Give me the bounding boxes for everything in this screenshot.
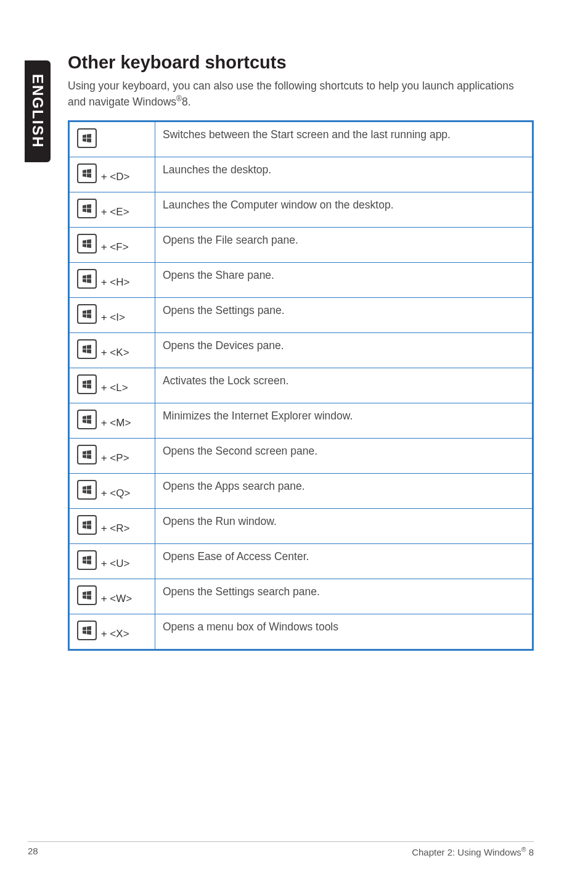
shortcut-key-suffix: + <Q>: [98, 487, 130, 499]
svg-marker-16: [83, 275, 86, 279]
page-number: 28: [28, 846, 38, 857]
svg-marker-22: [83, 315, 86, 318]
svg-marker-19: [87, 279, 91, 284]
shortcut-key-suffix: + <D>: [98, 171, 130, 183]
svg-marker-58: [83, 631, 86, 635]
svg-marker-11: [87, 209, 91, 213]
shortcut-description: Opens the File search pane.: [155, 228, 533, 263]
shortcut-key-suffix: + <H>: [98, 276, 130, 288]
shortcut-key-cell: + <X>: [69, 614, 155, 650]
svg-marker-47: [87, 526, 91, 530]
table-row: + <D>Launches the desktop.: [69, 157, 533, 192]
shortcut-description: Opens the Apps search pane.: [155, 474, 533, 509]
svg-marker-7: [87, 174, 91, 178]
windows-key-icon: [77, 269, 97, 289]
windows-key-icon: [77, 550, 97, 570]
svg-marker-27: [87, 350, 91, 354]
svg-marker-36: [83, 451, 86, 455]
svg-marker-4: [83, 170, 86, 173]
intro-paragraph: Using your keyboard, you can also use th…: [68, 79, 534, 109]
svg-marker-8: [83, 205, 86, 208]
language-tab-label: ENGLISH: [29, 74, 46, 149]
shortcut-description: Opens the Share pane.: [155, 263, 533, 298]
svg-marker-14: [83, 244, 86, 248]
shortcut-key-cell: + <P>: [69, 439, 155, 474]
windows-key-icon: [77, 585, 97, 605]
shortcut-key-cell: + <I>: [69, 298, 155, 333]
page-title: Other keyboard shortcuts: [68, 52, 534, 73]
shortcut-key-suffix: + <L>: [98, 382, 128, 394]
shortcut-key-suffix: + <X>: [98, 628, 129, 640]
shortcut-key-cell: + <U>: [69, 544, 155, 579]
shortcut-description: Opens the Settings search pane.: [155, 579, 533, 614]
table-row: + <M>Minimizes the Internet Explorer win…: [69, 403, 533, 439]
table-row: + <R>Opens the Run window.: [69, 509, 533, 544]
svg-marker-52: [83, 592, 86, 595]
table-row: + <E>Launches the Computer window on the…: [69, 192, 533, 228]
table-row: + <H>Opens the Share pane.: [69, 263, 533, 298]
shortcut-key-suffix: + <K>: [98, 347, 129, 358]
shortcut-description: Opens the Devices pane.: [155, 333, 533, 368]
shortcut-key-cell: + <F>: [69, 228, 155, 263]
shortcut-description: Opens the Second screen pane.: [155, 439, 533, 474]
svg-marker-56: [83, 627, 86, 630]
svg-marker-30: [83, 385, 86, 389]
svg-marker-21: [87, 310, 91, 314]
shortcut-description: Activates the Lock screen.: [155, 368, 533, 403]
windows-key-icon: [77, 199, 97, 218]
svg-marker-29: [87, 380, 91, 384]
shortcut-key-cell: [69, 122, 155, 157]
windows-key-icon: [77, 234, 97, 254]
svg-marker-48: [83, 556, 86, 560]
windows-key-icon: [77, 445, 97, 464]
table-row: + <K>Opens the Devices pane.: [69, 333, 533, 368]
shortcut-key-cell: + <E>: [69, 192, 155, 228]
svg-marker-42: [83, 490, 86, 494]
chapter-label: Chapter 2: Using Windows® 8: [412, 846, 534, 857]
svg-marker-39: [87, 455, 91, 460]
svg-marker-12: [83, 240, 86, 244]
shortcut-table: Switches between the Start screen and th…: [68, 120, 534, 651]
table-row: Switches between the Start screen and th…: [69, 122, 533, 157]
svg-marker-35: [87, 420, 91, 424]
shortcut-description: Launches the desktop.: [155, 157, 533, 192]
svg-marker-6: [83, 174, 86, 178]
svg-marker-59: [87, 631, 91, 635]
shortcut-key-cell: + <M>: [69, 403, 155, 439]
svg-marker-46: [83, 526, 86, 529]
windows-key-icon: [77, 374, 97, 394]
shortcut-description: Opens Ease of Access Center.: [155, 544, 533, 579]
svg-marker-45: [87, 521, 91, 525]
svg-marker-33: [87, 415, 91, 419]
shortcut-key-cell: + <H>: [69, 263, 155, 298]
intro-after: 8.: [182, 95, 191, 107]
svg-marker-50: [83, 561, 86, 564]
svg-marker-43: [87, 490, 91, 495]
svg-marker-1: [87, 134, 91, 138]
windows-key-icon: [77, 480, 97, 500]
shortcut-key-cell: + <K>: [69, 333, 155, 368]
svg-marker-37: [87, 450, 91, 455]
table-row: + <Q>Opens the Apps search pane.: [69, 474, 533, 509]
svg-marker-57: [87, 626, 91, 630]
table-row: + <U>Opens Ease of Access Center.: [69, 544, 533, 579]
svg-marker-55: [87, 596, 91, 600]
table-row: + <F>Opens the File search pane.: [69, 228, 533, 263]
svg-marker-28: [83, 381, 86, 384]
svg-marker-38: [83, 455, 86, 459]
svg-marker-9: [87, 204, 91, 208]
table-row: + <L>Activates the Lock screen.: [69, 368, 533, 403]
svg-marker-5: [87, 169, 91, 173]
shortcut-key-cell: + <D>: [69, 157, 155, 192]
table-row: + <I>Opens the Settings pane.: [69, 298, 533, 333]
intro-registered: ®: [176, 94, 182, 103]
svg-marker-17: [87, 274, 91, 279]
windows-key-icon: [77, 163, 97, 183]
svg-marker-49: [87, 556, 91, 560]
svg-marker-53: [87, 591, 91, 595]
svg-marker-10: [83, 209, 86, 213]
language-tab: ENGLISH: [25, 60, 51, 162]
svg-marker-40: [83, 486, 86, 490]
shortcut-key-cell: + <Q>: [69, 474, 155, 509]
windows-key-icon: [77, 128, 97, 148]
